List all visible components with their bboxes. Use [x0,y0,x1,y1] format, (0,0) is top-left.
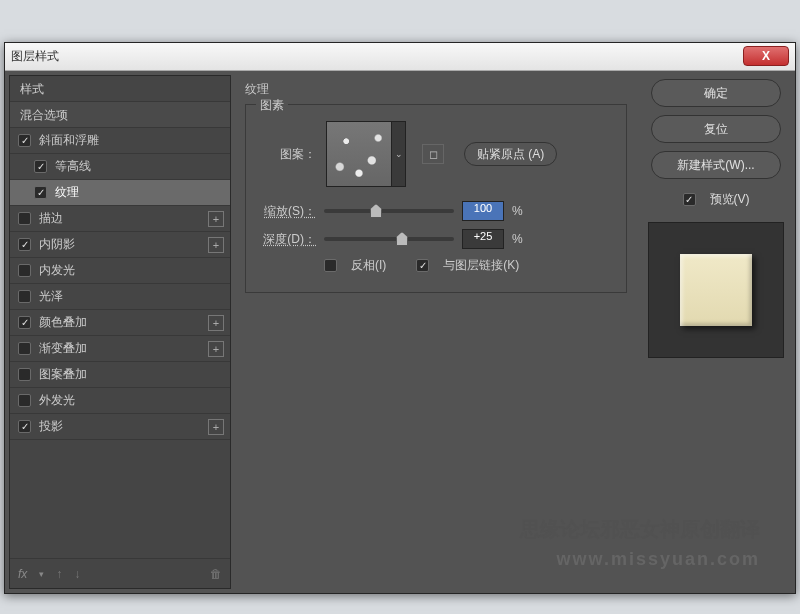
checkbox-icon[interactable] [18,238,31,251]
style-item-pattern-overlay[interactable]: 图案叠加 [10,362,230,388]
elements-fieldset: 图素 图案： ⌄ ◻ 贴紧原点 (A) 缩放(S)： [245,104,627,293]
add-effect-icon[interactable]: + [208,237,224,253]
style-item-label: 投影 [39,418,63,435]
arrow-down-icon[interactable]: ↓ [74,567,80,581]
checkbox-icon[interactable] [18,368,31,381]
checkbox-icon[interactable] [18,316,31,329]
style-item-label: 等高线 [55,158,91,175]
depth-slider[interactable] [324,237,454,241]
style-item-inner-shadow[interactable]: 内阴影 + [10,232,230,258]
depth-row: 深度(D)： +25 % [260,229,612,249]
add-effect-icon[interactable]: + [208,315,224,331]
depth-label: 深度(D)： [260,231,316,248]
style-item-label: 内发光 [39,262,75,279]
style-item-texture[interactable]: 纹理 [10,180,230,206]
scale-label: 缩放(S)： [260,203,316,220]
style-item-gradient-overlay[interactable]: 渐变叠加 + [10,336,230,362]
checkbox-icon [324,259,337,272]
add-effect-icon[interactable]: + [208,211,224,227]
checkbox-icon [416,259,429,272]
preview-box [648,222,784,358]
pattern-row: 图案： ⌄ ◻ 贴紧原点 (A) [260,121,612,187]
scale-row: 缩放(S)： 100 % [260,201,612,221]
style-item-satin[interactable]: 光泽 [10,284,230,310]
snap-to-origin-button[interactable]: 贴紧原点 (A) [464,142,557,166]
style-item-drop-shadow[interactable]: 投影 + [10,414,230,440]
style-item-bevel[interactable]: 斜面和浮雕 [10,128,230,154]
checkbox-icon [683,193,696,206]
percent-label: % [512,232,523,246]
checkbox-icon[interactable] [18,342,31,355]
checkbox-icon[interactable] [18,290,31,303]
checkbox-icon[interactable] [34,186,47,199]
pattern-picker[interactable]: ⌄ [326,121,406,187]
trash-icon[interactable]: 🗑 [210,567,222,581]
create-pattern-icon[interactable]: ◻ [422,144,444,164]
checkbox-icon[interactable] [34,160,47,173]
ok-button[interactable]: 确定 [651,79,781,107]
styles-list-panel: 样式 混合选项 斜面和浮雕 等高线 纹理 描边 + 内阴影 [9,75,231,589]
style-item-label: 描边 [39,210,63,227]
fx-menu-icon[interactable]: fx [18,567,27,581]
reset-button[interactable]: 复位 [651,115,781,143]
percent-label: % [512,204,523,218]
checkbox-icon[interactable] [18,212,31,225]
style-item-label: 图案叠加 [39,366,87,383]
style-item-label: 斜面和浮雕 [39,132,99,149]
arrow-up-icon[interactable]: ↑ [56,567,62,581]
dialog-title: 图层样式 [11,48,59,65]
settings-panel: 纹理 图素 图案： ⌄ ◻ 贴紧原点 (A) 缩放(S)： [235,75,637,589]
add-effect-icon[interactable]: + [208,341,224,357]
style-item-label: 渐变叠加 [39,340,87,357]
styles-header[interactable]: 样式 [10,76,230,102]
dialog-body: 样式 混合选项 斜面和浮雕 等高线 纹理 描边 + 内阴影 [5,71,795,593]
style-item-color-overlay[interactable]: 颜色叠加 + [10,310,230,336]
checkbox-icon[interactable] [18,394,31,407]
style-item-inner-glow[interactable]: 内发光 [10,258,230,284]
link-with-layer-checkbox[interactable]: 与图层链接(K) [416,257,519,274]
style-item-label: 光泽 [39,288,63,305]
chevron-down-icon[interactable]: ⌄ [392,121,406,187]
slider-thumb-icon[interactable] [396,232,408,246]
scale-input[interactable]: 100 [462,201,504,221]
scale-slider[interactable] [324,209,454,213]
new-style-button[interactable]: 新建样式(W)... [651,151,781,179]
preview-checkbox[interactable]: 预览(V) [683,191,750,208]
close-icon: X [762,49,770,63]
slider-thumb-icon[interactable] [370,204,382,218]
style-item-outer-glow[interactable]: 外发光 [10,388,230,414]
checkbox-icon[interactable] [18,134,31,147]
style-item-label: 纹理 [55,184,79,201]
pattern-label: 图案： [280,146,316,163]
blending-options-header[interactable]: 混合选项 [10,102,230,128]
preview-swatch [680,254,752,326]
invert-checkbox[interactable]: 反相(I) [324,257,386,274]
style-item-label: 内阴影 [39,236,75,253]
add-effect-icon[interactable]: + [208,419,224,435]
style-item-label: 颜色叠加 [39,314,87,331]
depth-input[interactable]: +25 [462,229,504,249]
checkbox-icon[interactable] [18,420,31,433]
style-item-contour[interactable]: 等高线 [10,154,230,180]
fieldset-legend: 图素 [256,97,288,114]
actions-panel: 确定 复位 新建样式(W)... 预览(V) [641,75,791,589]
styles-footer: fx▾ ↑ ↓ 🗑 [10,558,230,588]
style-item-stroke[interactable]: 描边 + [10,206,230,232]
titlebar[interactable]: 图层样式 X [5,43,795,71]
layer-style-dialog: 图层样式 X 样式 混合选项 斜面和浮雕 等高线 纹理 描边 [4,42,796,594]
style-item-label: 外发光 [39,392,75,409]
close-button[interactable]: X [743,46,789,66]
options-row: 反相(I) 与图层链接(K) [260,257,612,274]
checkbox-icon[interactable] [18,264,31,277]
section-title: 纹理 [245,81,627,98]
pattern-swatch [326,121,392,187]
